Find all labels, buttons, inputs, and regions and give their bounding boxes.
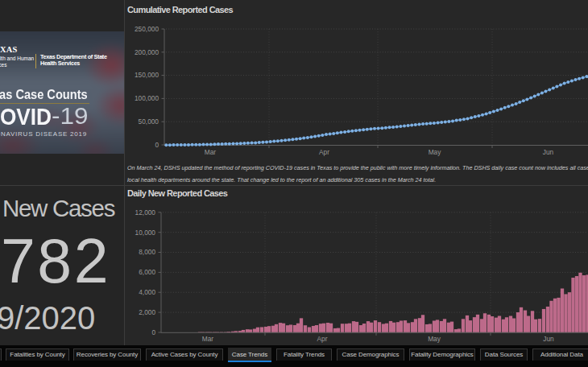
svg-text:100,000: 100,000 (135, 94, 159, 102)
svg-text:150,000: 150,000 (135, 71, 159, 79)
svg-text:2,000: 2,000 (139, 308, 155, 316)
svg-text:4,000: 4,000 (139, 288, 155, 296)
svg-text:Jun: Jun (543, 335, 554, 343)
svg-text:Mar: Mar (202, 335, 214, 343)
svg-text:Apr: Apr (319, 148, 329, 156)
svg-text:0: 0 (155, 141, 159, 149)
svg-text:12,000: 12,000 (135, 208, 156, 216)
svg-text:Jun: Jun (543, 148, 554, 156)
svg-text:250,000: 250,000 (135, 25, 159, 33)
svg-text:May: May (429, 148, 442, 156)
svg-text:Mar: Mar (205, 148, 217, 156)
svg-text:8,000: 8,000 (139, 248, 155, 256)
svg-text:10,000: 10,000 (135, 229, 156, 237)
svg-text:May: May (428, 335, 441, 343)
svg-text:200,000: 200,000 (135, 48, 159, 56)
svg-text:50,000: 50,000 (139, 118, 159, 126)
svg-text:Apr: Apr (317, 335, 328, 343)
svg-text:0: 0 (151, 328, 155, 336)
svg-text:6,000: 6,000 (139, 268, 155, 276)
